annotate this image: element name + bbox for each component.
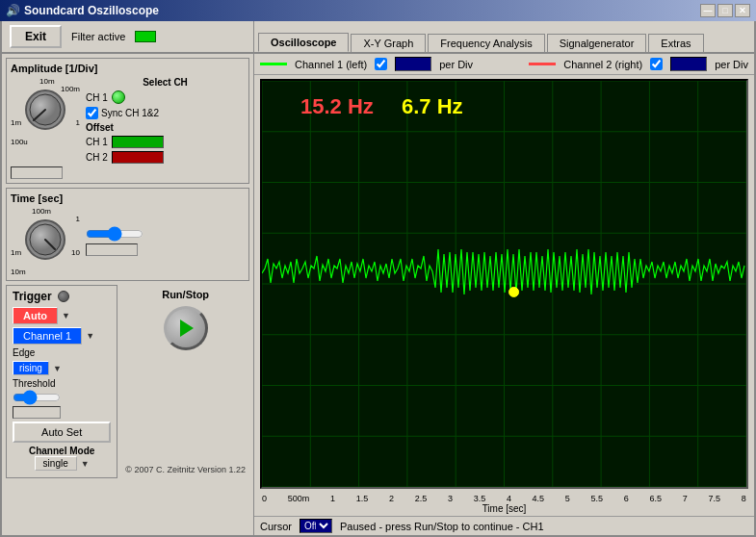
auto-dropdown-arrow[interactable]: ▼ (62, 311, 70, 320)
tab-extras[interactable]: Extras (648, 34, 703, 52)
amplitude-knob[interactable] (24, 89, 66, 131)
t-2: 2 (389, 494, 394, 503)
time-value-input[interactable]: 8 (86, 243, 138, 256)
ch2-channel-label: Channel 2 (right) (563, 59, 642, 70)
time-label-100m: 100m (32, 207, 51, 216)
t-5: 5 (565, 494, 570, 503)
threshold-value-row: 0.01 (13, 406, 111, 419)
status-text: Paused - press Run/Stop to continue - CH… (340, 521, 544, 532)
amplitude-value-input[interactable]: 0.004 (11, 166, 63, 179)
edge-label: Edge (13, 347, 35, 358)
cursor-label: Cursor (260, 521, 292, 532)
select-ch-label: Select CH (86, 77, 245, 88)
edge-row: rising ▼ (13, 361, 111, 375)
trigger-section: Trigger Auto ▼ Channel 1 ▼ Edge (6, 285, 117, 478)
ch-mode-button[interactable]: single (35, 456, 77, 471)
t-2.5: 2.5 (415, 494, 428, 503)
ch1-offset-row: CH 1 0.0000 (86, 136, 245, 148)
content-area: Amplitude [1/Div] 10m 100m 1 100u 1m (2, 53, 754, 535)
t-6.5: 6.5 (650, 494, 663, 503)
threshold-label-row: Threshold (13, 378, 111, 389)
exit-button[interactable]: Exit (10, 25, 62, 48)
t-1.5: 1.5 (356, 494, 369, 503)
autoset-row: Auto Set (13, 422, 111, 443)
ch1-per-div-label: per Div (439, 59, 473, 70)
ch2-offset-label: CH 2 (86, 152, 108, 163)
time-section: Time [sec] 100m 1 10 10m 1m (6, 188, 249, 281)
close-button[interactable]: ✕ (735, 4, 750, 17)
cursor-select[interactable]: Off On (300, 519, 332, 533)
amplitude-knob-area: 10m 100m 1 100u 1m (11, 77, 80, 146)
time-knob-area: 100m 1 10 10m 1m (11, 207, 80, 276)
ch1-channel-label: Channel 1 (left) (295, 59, 367, 70)
ch-mode-row: single ▼ (13, 456, 111, 471)
amp-label-1: 1 (76, 118, 80, 127)
edge-select-button[interactable]: rising (13, 361, 49, 375)
tab-oscilloscope[interactable]: Oscilloscope (258, 33, 349, 52)
tab-frequency-analysis[interactable]: Frequency Analysis (428, 34, 544, 52)
copyright: © 2007 C. Zeitnitz Version 1.22 (125, 465, 246, 474)
t-3.5: 3.5 (474, 494, 486, 503)
time-label-10m: 10m (11, 268, 26, 276)
play-icon (180, 320, 194, 337)
trigger-ch-row: Channel 1 ▼ (13, 327, 111, 345)
maximize-button[interactable]: □ (717, 4, 733, 17)
threshold-label: Threshold (13, 378, 55, 389)
filter-label: Filter active (71, 31, 125, 42)
app-title: Soundcard Oszilloscope (24, 4, 159, 17)
app-body: Exit Filter active Oscilloscope X-Y Grap… (0, 21, 756, 537)
right-panel: Channel 1 (left) 4m per Div Channel 2 (r… (254, 54, 754, 535)
grid-svg (262, 81, 746, 487)
freq-label-2: 6.7 Hz (402, 94, 463, 119)
runstop-title: Run/Stop (162, 289, 209, 300)
t-500m: 500m (288, 494, 310, 503)
tab-xy-graph[interactable]: X-Y Graph (351, 34, 426, 52)
ch-mode-label: Channel Mode (13, 446, 111, 456)
time-label-10: 10 (71, 248, 80, 257)
amplitude-title: Amplitude [1/Div] (11, 63, 245, 74)
ch2-checkbox[interactable] (650, 58, 663, 70)
bottom-section: Trigger Auto ▼ Channel 1 ▼ Edge (6, 285, 249, 478)
ch2-per-div-label: per Div (715, 59, 748, 70)
amplitude-section: Amplitude [1/Div] 10m 100m 1 100u 1m (6, 58, 249, 184)
t-0: 0 (262, 494, 267, 503)
minimize-button[interactable]: — (700, 4, 716, 17)
t-8: 8 (742, 494, 746, 503)
time-axis-labels: 0 500m 1 1.5 2 2.5 3 3.5 4 4.5 5 5.5 6 6… (260, 494, 748, 503)
threshold-input[interactable]: 0.01 (13, 406, 61, 419)
offset-label: Offset (86, 122, 245, 133)
ch2-offset-row: CH 2 0.0000 (86, 151, 245, 164)
edge-label-row: Edge (13, 347, 111, 358)
left-panel: Amplitude [1/Div] 10m 100m 1 100u 1m (2, 54, 254, 535)
tab-signalgenerator[interactable]: Signalgenerator (547, 34, 647, 52)
sync-label: Sync CH 1&2 (101, 108, 159, 118)
trigger-ch-button[interactable]: Channel 1 (13, 327, 82, 345)
time-label-1m: 1m (11, 248, 21, 257)
ch2-line (529, 63, 556, 65)
ch-mode-dropdown-arrow[interactable]: ▼ (81, 459, 90, 469)
time-knob[interactable] (24, 218, 66, 261)
sync-checkbox[interactable] (86, 107, 98, 119)
ch-dropdown-arrow[interactable]: ▼ (86, 331, 94, 341)
t-5.5: 5.5 (591, 494, 604, 503)
amp-label-1m: 1m (11, 118, 21, 127)
t-7.5: 7.5 (709, 494, 721, 503)
ch2-per-div-input[interactable]: 4m (670, 57, 707, 71)
edge-dropdown-arrow[interactable]: ▼ (53, 364, 62, 373)
ch1-offset-input[interactable]: 0.0000 (112, 136, 164, 148)
app-icon: 🔊 (6, 4, 20, 17)
ch1-per-div-input[interactable]: 4m (395, 57, 431, 71)
freq-label-1: 15.2 Hz (300, 94, 374, 119)
auto-set-button[interactable]: Auto Set (13, 422, 111, 443)
channel-bar: Channel 1 (left) 4m per Div Channel 2 (r… (254, 54, 754, 75)
ch2-offset-input[interactable]: 0.0000 (112, 151, 164, 164)
auto-button[interactable]: Auto (13, 307, 58, 324)
threshold-slider[interactable] (13, 392, 61, 403)
sync-row: Sync CH 1&2 (86, 107, 245, 119)
time-slider[interactable] (86, 228, 143, 240)
runstop-area: Run/Stop © 2007 C. Zeitnitz Version 1.22 (121, 285, 249, 478)
ch1-led (112, 90, 125, 104)
time-axis-title: Time [sec] (260, 503, 748, 514)
runstop-button[interactable] (164, 306, 208, 350)
ch1-checkbox[interactable] (375, 58, 387, 70)
